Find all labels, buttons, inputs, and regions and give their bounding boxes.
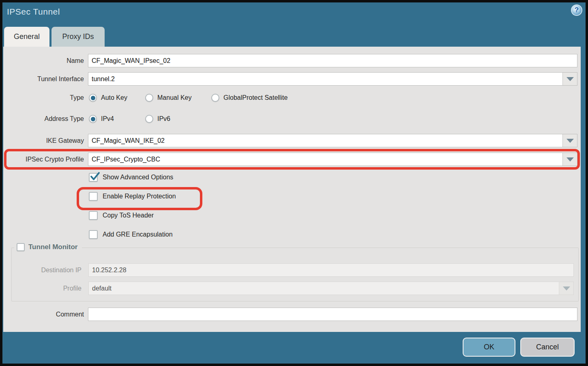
ipsec-crypto-profile-dropdown-button[interactable] — [562, 153, 577, 166]
chevron-down-icon — [563, 286, 570, 291]
cancel-button[interactable]: Cancel — [520, 338, 575, 357]
tunnel-monitor-label: Tunnel Monitor — [28, 243, 78, 251]
checkbox-enable-replay-protection[interactable]: Enable Replay Protection — [89, 192, 176, 201]
type-radio-manual-key[interactable]: Manual Key — [145, 94, 192, 102]
tunnel-interface-field-wrap — [88, 72, 577, 86]
type-radio-auto-key[interactable]: Auto Key — [89, 94, 127, 102]
address-type-label: Address Type — [3, 113, 84, 125]
dialog-title: IPSec Tunnel — [7, 7, 60, 17]
radio-icon — [145, 94, 153, 102]
destination-ip-input — [89, 264, 573, 276]
name-field-wrap — [88, 54, 577, 67]
ike-gateway-label: IKE Gateway — [3, 134, 84, 147]
comment-label: Comment — [3, 308, 84, 321]
comment-field-wrap — [88, 308, 577, 321]
copy-tos-header-label: Copy ToS Header — [103, 212, 154, 219]
add-gre-encapsulation-label: Add GRE Encapsulation — [103, 231, 173, 238]
checkbox-show-advanced-options[interactable]: Show Advanced Options — [89, 173, 173, 182]
type-globalprotect-satellite-label: GlobalProtect Satellite — [223, 94, 288, 101]
checkbox-icon — [89, 192, 98, 201]
type-radio-globalprotect-satellite[interactable]: GlobalProtect Satellite — [211, 94, 288, 102]
checkbox-icon — [89, 211, 98, 220]
enable-replay-protection-label: Enable Replay Protection — [103, 193, 176, 200]
address-type-ipv4-label: IPv4 — [101, 115, 114, 123]
general-tab-panel: Name Tunnel Interface Type Auto Key Manu… — [3, 47, 581, 332]
radio-icon — [211, 94, 219, 102]
ike-gateway-field-wrap — [88, 134, 577, 147]
ike-gateway-dropdown-button[interactable] — [562, 134, 577, 147]
profile-label: Profile — [12, 282, 82, 295]
radio-icon — [89, 94, 97, 102]
checkbox-add-gre-encapsulation[interactable]: Add GRE Encapsulation — [89, 230, 173, 239]
tab-proxy-ids-label: Proxy IDs — [62, 32, 94, 41]
type-manual-key-label: Manual Key — [157, 94, 192, 101]
tab-general[interactable]: General — [4, 27, 49, 47]
checkbox-icon — [17, 243, 25, 251]
ipsec-crypto-profile-input[interactable] — [88, 153, 562, 166]
profile-input — [89, 282, 559, 295]
help-icon[interactable]: ? — [571, 4, 582, 16]
show-advanced-options-label: Show Advanced Options — [103, 174, 173, 181]
tunnel-interface-dropdown-button[interactable] — [562, 73, 577, 85]
tab-proxy-ids[interactable]: Proxy IDs — [52, 27, 105, 47]
ok-button-label: OK — [484, 343, 494, 351]
destination-ip-label: Destination IP — [12, 263, 82, 277]
chevron-down-icon — [567, 157, 574, 161]
chevron-down-icon — [567, 139, 574, 143]
ipsec-tunnel-dialog: IPSec Tunnel ? General Proxy IDs Name Tu… — [0, 0, 588, 366]
tunnel-monitor-section: Tunnel Monitor Destination IP Profile — [11, 248, 579, 301]
checkbox-icon — [89, 173, 98, 182]
checkbox-icon — [89, 230, 98, 239]
name-label: Name — [3, 54, 84, 67]
cancel-button-label: Cancel — [536, 343, 559, 351]
profile-field-wrap — [88, 282, 574, 295]
ok-button[interactable]: OK — [463, 338, 515, 357]
profile-dropdown-button — [559, 282, 573, 295]
type-auto-key-label: Auto Key — [101, 94, 127, 101]
tunnel-interface-input[interactable] — [88, 73, 562, 85]
address-type-radio-ipv4[interactable]: IPv4 — [89, 115, 114, 123]
ipsec-crypto-profile-label: IPSec Crypto Profile — [3, 153, 84, 166]
tunnel-monitor-checkbox[interactable]: Tunnel Monitor — [14, 243, 82, 251]
radio-icon — [145, 115, 153, 123]
checkbox-copy-tos-header[interactable]: Copy ToS Header — [89, 211, 154, 220]
chevron-down-icon — [567, 77, 574, 81]
comment-input[interactable] — [88, 308, 577, 321]
ipsec-crypto-profile-field-wrap — [88, 153, 577, 166]
ike-gateway-input[interactable] — [88, 134, 562, 147]
address-type-ipv6-label: IPv6 — [157, 115, 170, 123]
radio-icon — [89, 115, 97, 123]
tunnel-interface-label: Tunnel Interface — [3, 72, 84, 86]
type-label: Type — [3, 92, 84, 103]
tab-general-label: General — [14, 32, 40, 41]
name-input[interactable] — [88, 54, 577, 67]
address-type-radio-ipv6[interactable]: IPv6 — [145, 115, 170, 123]
destination-ip-field-wrap — [88, 263, 574, 277]
